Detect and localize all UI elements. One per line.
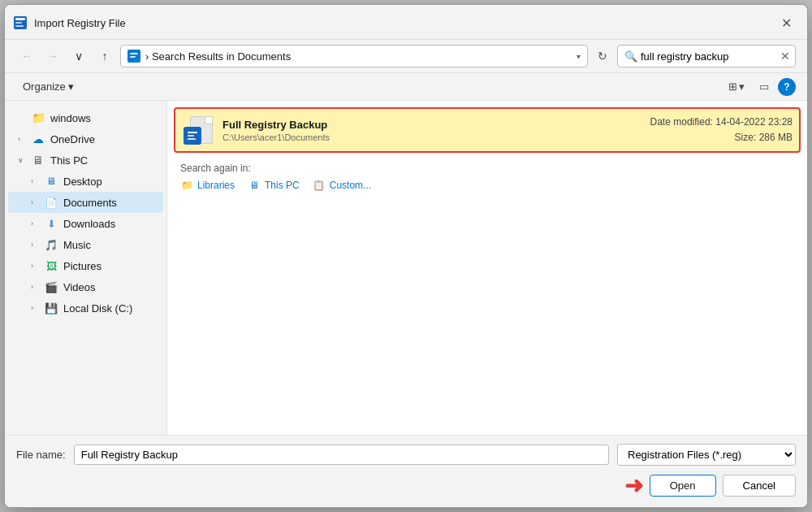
file-item-meta: Date modified: 14-04-2022 23:28 Size: 28… — [650, 115, 793, 145]
file-item-registry-backup[interactable]: Full Registry Backup C:\Users\acer1\Docu… — [174, 107, 801, 153]
sidebar-item-label: Local Disk (C:) — [63, 302, 132, 315]
reg-file-icon — [184, 115, 213, 145]
sidebar-item-pictures[interactable]: › 🖼 Pictures — [8, 255, 163, 276]
computer-icon: 🖥 — [31, 153, 45, 167]
chevron-icon: › — [31, 241, 39, 249]
svg-rect-9 — [188, 135, 194, 137]
sidebar-item-label: Downloads — [63, 218, 115, 230]
title-bar: Import Registry File ✕ — [5, 5, 807, 40]
forward-button[interactable]: → — [42, 46, 63, 67]
view-grid-icon: ⊞ — [728, 80, 737, 93]
file-icon-container — [182, 114, 214, 146]
sidebar-item-desktop[interactable]: › 🖥 Desktop — [8, 171, 163, 192]
address-icon — [127, 50, 140, 63]
sidebar-item-label: OneDrive — [50, 133, 95, 145]
red-arrow-icon: ➜ — [624, 472, 643, 499]
chevron-icon: › — [18, 135, 26, 143]
search-links: 📁 Libraries 🖥 This PC 📋 Custom... — [180, 179, 794, 192]
search-clear-button[interactable]: ✕ — [780, 50, 790, 63]
svg-rect-5 — [130, 53, 138, 54]
this-pc-search-icon: 🖥 — [248, 179, 261, 192]
address-text: › Search Results in Documents — [145, 50, 572, 63]
title-bar-left: Import Registry File — [13, 15, 126, 30]
svg-rect-3 — [15, 25, 24, 27]
sidebar-item-label: windows — [50, 112, 91, 124]
chevron-icon: › — [31, 262, 39, 270]
sidebar-item-local-disk[interactable]: › 💾 Local Disk (C:) — [8, 297, 163, 319]
dialog-title: Import Registry File — [34, 17, 126, 29]
sidebar-item-label: Desktop — [63, 176, 102, 188]
custom-search-icon: 📋 — [313, 179, 326, 192]
sidebar-item-this-pc[interactable]: ∨ 🖥 This PC — [8, 150, 163, 171]
import-registry-dialog: Import Registry File ✕ ← → ∨ ↑ › Search … — [4, 4, 808, 508]
sidebar-item-downloads[interactable]: › ⬇ Downloads — [8, 213, 163, 234]
sidebar-item-music[interactable]: › 🎵 Music — [8, 234, 163, 255]
svg-rect-8 — [188, 132, 197, 133]
videos-icon: 🎬 — [44, 280, 58, 294]
refresh-button[interactable]: ↻ — [593, 48, 612, 64]
svg-rect-1 — [15, 18, 25, 20]
address-chevron: ▾ — [577, 52, 581, 61]
dialog-icon — [13, 15, 28, 30]
up-button[interactable]: ↑ — [94, 46, 115, 67]
address-bar[interactable]: › Search Results in Documents ▾ — [120, 45, 588, 67]
documents-icon: 📄 — [44, 195, 58, 210]
desktop-icon: 🖥 — [44, 174, 58, 189]
sidebar-item-label: Documents — [63, 197, 117, 209]
libraries-icon: 📁 — [180, 179, 193, 192]
sidebar-item-onedrive[interactable]: › ☁ OneDrive — [8, 128, 163, 150]
bottom-bar: File name: Registration Files (*.reg) ➜ … — [5, 435, 807, 507]
search-again-label: Search again in: — [180, 163, 794, 174]
search-bar[interactable]: 🔍 ✕ — [617, 45, 796, 67]
main-panel: Full Registry Backup C:\Users\acer1\Docu… — [167, 101, 807, 435]
filename-row: File name: Registration Files (*.reg) — [16, 444, 796, 466]
preview-pane-button[interactable]: ▭ — [754, 77, 775, 96]
downloads-icon: ⬇ — [44, 216, 58, 231]
chevron-icon: › — [31, 304, 39, 312]
organize-bar: Organize ▾ ⊞ ▾ ▭ ? — [5, 73, 807, 101]
search-link-label: This PC — [265, 180, 300, 191]
search-link-this-pc[interactable]: 🖥 This PC — [248, 179, 300, 192]
search-link-label: Libraries — [197, 180, 235, 191]
close-button[interactable]: ✕ — [776, 13, 796, 33]
svg-rect-2 — [15, 22, 22, 24]
view-options-button[interactable]: ⊞ ▾ — [723, 77, 750, 96]
cancel-button[interactable]: Cancel — [723, 475, 796, 497]
svg-rect-6 — [130, 56, 136, 58]
chevron-icon: › — [31, 283, 39, 291]
registry-overlay-icon — [184, 127, 201, 145]
search-link-custom[interactable]: 📋 Custom... — [313, 179, 371, 192]
sidebar-item-label: Pictures — [63, 260, 102, 272]
open-button[interactable]: Open — [650, 475, 716, 497]
pane-icon: ▭ — [759, 80, 769, 93]
filename-input[interactable] — [74, 445, 609, 465]
file-item-name: Full Registry Backup — [222, 119, 642, 131]
file-size: Size: 286 MB — [650, 130, 793, 145]
chevron-icon: › — [31, 219, 39, 228]
search-link-libraries[interactable]: 📁 Libraries — [180, 179, 235, 192]
help-button[interactable]: ? — [778, 78, 796, 96]
filetype-select[interactable]: Registration Files (*.reg) — [617, 444, 796, 466]
file-item-path: C:\Users\acer1\Documents — [222, 132, 642, 142]
search-icon: 🔍 — [624, 50, 637, 63]
search-input[interactable] — [641, 50, 777, 63]
organize-button[interactable]: Organize ▾ — [16, 78, 80, 95]
chevron-icon: ∨ — [18, 156, 26, 164]
back-button[interactable]: ← — [16, 46, 37, 67]
file-date-modified: Date modified: 14-04-2022 23:28 — [650, 115, 793, 130]
sidebar-item-documents[interactable]: › 📄 Documents — [8, 192, 163, 213]
file-list: Full Registry Backup C:\Users\acer1\Docu… — [167, 101, 807, 435]
sidebar-item-windows[interactable]: 📁 windows — [8, 107, 163, 128]
file-item-info: Full Registry Backup C:\Users\acer1\Docu… — [222, 119, 642, 142]
recent-locations-button[interactable]: ∨ — [68, 46, 89, 67]
search-link-label: Custom... — [330, 180, 371, 191]
sidebar-item-label: Music — [63, 239, 91, 251]
pictures-icon: 🖼 — [44, 258, 58, 273]
content-area: 📁 windows › ☁ OneDrive ∨ 🖥 This PC › 🖥 D… — [5, 101, 807, 435]
buttons-row: ➜ Open Cancel — [16, 472, 796, 499]
music-icon: 🎵 — [44, 237, 58, 252]
disk-icon: 💾 — [44, 301, 58, 315]
sidebar-item-videos[interactable]: › 🎬 Videos — [8, 276, 163, 297]
search-again-section: Search again in: 📁 Libraries 🖥 This PC 📋 — [174, 153, 801, 198]
onedrive-icon: ☁ — [31, 132, 45, 146]
